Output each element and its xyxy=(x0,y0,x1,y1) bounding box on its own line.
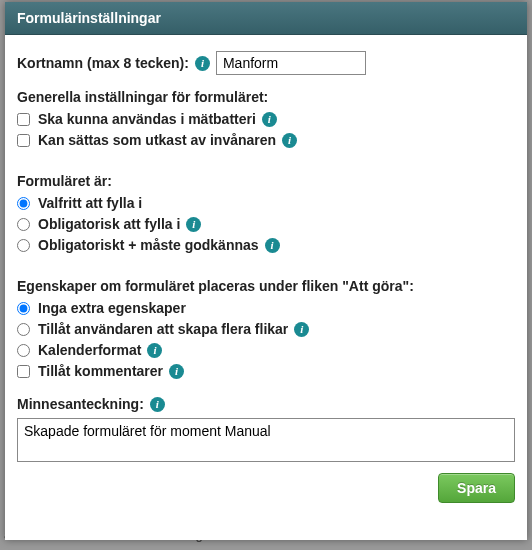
form-is-option-approve: Obligatoriskt + måste godkännas i xyxy=(17,237,515,253)
shortname-label: Kortnamn (max 8 tecken): xyxy=(17,55,189,71)
allow-comments-label: Tillåt kommentarer xyxy=(38,363,163,379)
form-is-radio-optional[interactable] xyxy=(17,197,30,210)
memo-row: Minnesanteckning: i xyxy=(17,396,515,412)
info-icon[interactable]: i xyxy=(294,322,309,337)
form-is-label-mandatory: Obligatorisk att fylla i xyxy=(38,216,180,232)
todo-option-none: Inga extra egenskaper xyxy=(17,300,515,316)
modal-footer: Spara xyxy=(17,473,515,503)
todo-label-calendar: Kalenderformat xyxy=(38,342,141,358)
use-in-battery-option: Ska kunna användas i mätbatteri i xyxy=(17,111,515,127)
todo-radio-none[interactable] xyxy=(17,302,30,315)
settings-modal: Formulärinställningar Kortnamn (max 8 te… xyxy=(5,2,527,540)
form-is-label-approve: Obligatoriskt + måste godkännas xyxy=(38,237,259,253)
info-icon[interactable]: i xyxy=(186,217,201,232)
shortname-row: Kortnamn (max 8 tecken): i xyxy=(17,51,515,75)
use-in-battery-label: Ska kunna användas i mätbatteri xyxy=(38,111,256,127)
form-is-option-mandatory: Obligatorisk att fylla i i xyxy=(17,216,515,232)
save-button[interactable]: Spara xyxy=(438,473,515,503)
allow-comments-checkbox[interactable] xyxy=(17,365,30,378)
info-icon[interactable]: i xyxy=(150,397,165,412)
info-icon[interactable]: i xyxy=(282,133,297,148)
todo-radio-multitabs[interactable] xyxy=(17,323,30,336)
todo-option-calendar: Kalenderformat i xyxy=(17,342,515,358)
draft-by-resident-checkbox[interactable] xyxy=(17,134,30,147)
modal-body: Kortnamn (max 8 tecken): i Generella ins… xyxy=(5,35,527,540)
info-icon[interactable]: i xyxy=(195,56,210,71)
info-icon[interactable]: i xyxy=(169,364,184,379)
todo-label-multitabs: Tillåt användaren att skapa flera flikar xyxy=(38,321,288,337)
form-is-title: Formuläret är: xyxy=(17,173,515,189)
todo-props-title: Egenskaper om formuläret placeras under … xyxy=(17,278,515,294)
info-icon[interactable]: i xyxy=(262,112,277,127)
info-icon[interactable]: i xyxy=(265,238,280,253)
general-settings-title: Generella inställningar för formuläret: xyxy=(17,89,515,105)
modal-title: Formulärinställningar xyxy=(5,2,527,35)
use-in-battery-checkbox[interactable] xyxy=(17,113,30,126)
todo-label-none: Inga extra egenskaper xyxy=(38,300,186,316)
allow-comments-option: Tillåt kommentarer i xyxy=(17,363,515,379)
form-is-option-optional: Valfritt att fylla i xyxy=(17,195,515,211)
form-is-radio-approve[interactable] xyxy=(17,239,30,252)
todo-radio-calendar[interactable] xyxy=(17,344,30,357)
form-is-label-optional: Valfritt att fylla i xyxy=(38,195,142,211)
memo-label: Minnesanteckning: xyxy=(17,396,144,412)
form-is-radio-mandatory[interactable] xyxy=(17,218,30,231)
todo-option-multitabs: Tillåt användaren att skapa flera flikar… xyxy=(17,321,515,337)
memo-textarea[interactable] xyxy=(17,418,515,462)
info-icon[interactable]: i xyxy=(147,343,162,358)
shortname-input[interactable] xyxy=(216,51,366,75)
draft-by-resident-label: Kan sättas som utkast av invånaren xyxy=(38,132,276,148)
draft-by-resident-option: Kan sättas som utkast av invånaren i xyxy=(17,132,515,148)
